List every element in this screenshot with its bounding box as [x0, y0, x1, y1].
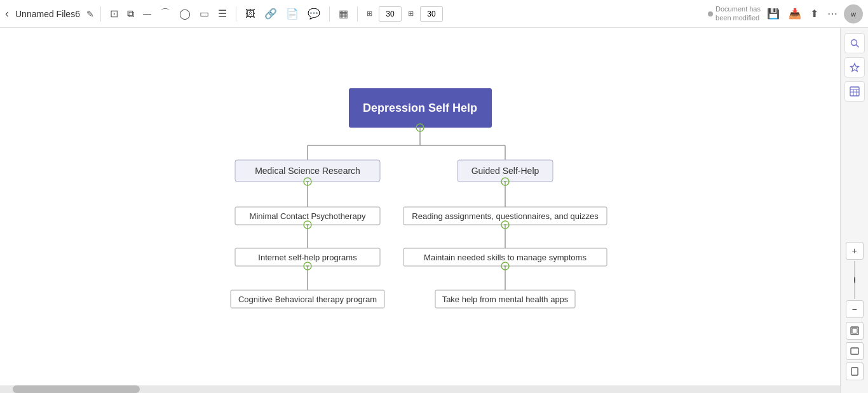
link-tool-icon[interactable]: 🔗: [262, 5, 280, 22]
svg-rect-53: [851, 368, 858, 375]
frame-b-button[interactable]: [846, 363, 864, 380]
svg-text:Medical Science Research: Medical Science Research: [255, 166, 360, 176]
document-title: Unnamed Files6: [15, 9, 80, 19]
font-size-input-2[interactable]: [420, 6, 443, 22]
edit-title-icon[interactable]: ✎: [86, 9, 94, 19]
star-sidebar-button[interactable]: [844, 57, 865, 77]
fit-page-button[interactable]: [846, 322, 864, 340]
right-sidebar: + −: [840, 28, 868, 393]
frame-tool-icon[interactable]: ⊡: [107, 5, 121, 22]
chat-tool-icon[interactable]: 💬: [305, 5, 323, 22]
svg-text:Guided Self-Help: Guided Self-Help: [471, 166, 539, 176]
image-tool-icon[interactable]: 🖼: [243, 6, 258, 22]
zoom-out-button[interactable]: −: [846, 300, 864, 318]
svg-text:Reading assignments, questionn: Reading assignments, questionnaires, and…: [412, 211, 599, 221]
svg-line-43: [856, 45, 858, 48]
table-sidebar-button[interactable]: [844, 81, 865, 102]
zoom-controls: + −: [846, 242, 864, 380]
status-dot: [708, 11, 713, 17]
svg-text:Take help from mental health a: Take help from mental health apps: [442, 295, 569, 304]
copy-tool-icon[interactable]: ⧉: [125, 6, 137, 22]
table-tool-icon[interactable]: ▦: [336, 5, 351, 22]
svg-rect-51: [852, 328, 857, 333]
svg-rect-52: [851, 348, 858, 354]
user-avatar[interactable]: w: [844, 4, 863, 23]
size-icon-2[interactable]: ⊞: [405, 7, 416, 20]
list-tool-icon[interactable]: ☰: [215, 5, 229, 22]
svg-text:Cognitive Behavioral therapy p: Cognitive Behavioral therapy program: [238, 295, 377, 304]
frame-a-button[interactable]: [846, 342, 864, 360]
doc-tool-icon[interactable]: 📄: [283, 5, 301, 22]
rect-tool-icon[interactable]: ▭: [197, 5, 212, 22]
font-size-input-1[interactable]: [379, 6, 402, 22]
share-icon[interactable]: ⋯: [825, 5, 840, 22]
document-status: Document has been modified: [708, 5, 761, 22]
svg-text:Minimal Contact Psychotherapy: Minimal Contact Psychotherapy: [250, 211, 366, 221]
svg-text:Maintain needed skills  to man: Maintain needed skills to manage symptom…: [424, 253, 587, 262]
horizontal-scrollbar[interactable]: [0, 385, 840, 393]
save-icon[interactable]: 💾: [764, 5, 782, 22]
toolbar: ‹ Unnamed Files6 ✎ ⊡ ⧉ — ⌒ ◯ ▭ ☰ 🖼 🔗 📄 💬…: [0, 0, 868, 28]
search-sidebar-button[interactable]: [844, 33, 865, 53]
size-icon-1[interactable]: ⊞: [364, 7, 375, 20]
zoom-handle[interactable]: [854, 277, 855, 283]
line-tool-icon[interactable]: —: [140, 6, 154, 21]
zoom-in-button[interactable]: +: [846, 242, 864, 260]
zoom-track: [854, 261, 855, 299]
svg-marker-44: [850, 63, 858, 71]
curve-tool-icon[interactable]: ⌒: [158, 4, 173, 23]
cloud-save-icon[interactable]: 📥: [786, 5, 804, 22]
canvas[interactable]: Depression Self Help Medical Science Res…: [0, 28, 840, 393]
mindmap-svg: Depression Self Help Medical Science Res…: [0, 28, 840, 393]
divider-3: [329, 6, 330, 22]
svg-rect-45: [850, 87, 859, 96]
divider-2: [236, 6, 236, 22]
divider-4: [357, 6, 358, 22]
status-text-1: Document has: [715, 5, 761, 13]
status-text-2: been modified: [715, 14, 761, 22]
scrollbar-thumb[interactable]: [13, 385, 140, 393]
export-icon[interactable]: ⬆: [808, 5, 821, 22]
svg-text:Depression Self Help: Depression Self Help: [363, 102, 477, 114]
main-area: Depression Self Help Medical Science Res…: [0, 28, 868, 393]
circle-tool-icon[interactable]: ◯: [177, 5, 193, 22]
divider-1: [100, 6, 101, 22]
back-button[interactable]: ‹: [5, 7, 9, 20]
svg-text:Internet self-help programs: Internet self-help programs: [258, 253, 357, 262]
